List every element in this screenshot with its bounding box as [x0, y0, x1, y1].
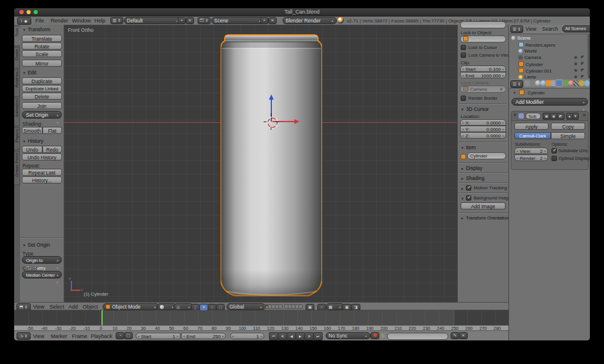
panel-display-title[interactable]: ►Display [461, 165, 482, 171]
frame-end-field[interactable]: ◂End:250▸ [181, 333, 226, 339]
scene-delete-button[interactable]: ✕ [268, 17, 277, 24]
manipulator-axis-icon[interactable]: ||| [191, 304, 200, 311]
mirror-button[interactable]: Mirror [22, 60, 62, 67]
preview-range-icon[interactable]: ◔ [116, 332, 124, 339]
tab-tools[interactable]: Tools [14, 26, 20, 46]
outliner-menu-search[interactable]: Search [542, 26, 558, 32]
auto-keyframe-record-icon[interactable] [370, 332, 379, 339]
view3d-menu-object[interactable]: Object [83, 304, 98, 310]
cursor-y-field[interactable]: ◂Y:0.0000▸ [460, 126, 506, 132]
tab-animation[interactable]: Animation [14, 98, 20, 126]
opengl-render-anim-icon[interactable]: ◨ [351, 304, 360, 311]
lock-time-icon[interactable]: ▢ [124, 332, 133, 339]
scene-icon[interactable]: 🗔 ⇕ [198, 17, 211, 24]
modifier-edit-toggle-icon[interactable]: ◩ [557, 113, 564, 120]
modifier-apply-button[interactable]: Apply [514, 123, 549, 130]
simple-toggle[interactable]: Simple [551, 132, 585, 139]
outliner-item-scene[interactable]: Scene [511, 35, 588, 41]
tab-relations[interactable]: Relations [14, 70, 20, 97]
timeline-menu-marker[interactable]: Marker [51, 333, 67, 339]
undo-history-button[interactable]: Undo History [22, 153, 62, 160]
motion-tracking-checkbox[interactable] [466, 185, 471, 191]
panel-shading-title[interactable]: ►Shading [461, 175, 484, 181]
manipulator-scale-icon[interactable]: □ [216, 304, 225, 311]
duplicate-button[interactable]: Duplicate [22, 77, 62, 84]
catmull-clark-toggle[interactable]: Catmull-Clark [514, 132, 551, 139]
local-camera-field[interactable]: Camera✕ [460, 86, 506, 93]
view3d-menu-select[interactable]: Select [50, 304, 64, 310]
jump-next-keyframe-button[interactable]: |⏵ [304, 332, 314, 340]
timeline-track[interactable] [14, 310, 508, 325]
background-images-checkbox[interactable] [466, 195, 471, 201]
editor-type-outliner-icon[interactable]: ☰ ⇕ [510, 25, 523, 33]
outliner-item-cylinder[interactable]: Cylinder ◉ ◤ ▣ [518, 61, 590, 67]
manipulator-translate-icon[interactable]: + [199, 304, 208, 311]
panel-edit-title[interactable]: ▼Edit [22, 70, 37, 76]
lock-to-cursor-checkbox[interactable] [461, 45, 466, 50]
transform-orientation-select[interactable]: Global▲▼ [226, 303, 265, 310]
current-frame-field[interactable]: ◂1▸ [230, 333, 264, 339]
panel-3d-cursor-title[interactable]: ▼3D Cursor [461, 106, 489, 112]
scene-add-button[interactable]: + [260, 17, 268, 24]
modifier-name-field[interactable]: Sub [526, 113, 541, 119]
lock-to-scene-icon[interactable]: ▣ [306, 304, 314, 311]
redo-button[interactable]: Redo [42, 146, 62, 153]
cursor-x-field[interactable]: ◂X:0.0000▸ [460, 119, 506, 126]
render-border-checkbox[interactable] [461, 96, 466, 101]
join-button[interactable]: Join [22, 102, 62, 109]
tab-create[interactable]: Create [14, 47, 20, 68]
outliner-item-world[interactable]: World [518, 48, 590, 54]
undo-button[interactable]: Undo [22, 146, 42, 153]
view3d-menu-add[interactable]: Add [68, 304, 78, 310]
translate-button[interactable]: Translate [22, 35, 62, 42]
jump-to-end-button[interactable]: ⏭ [313, 332, 323, 340]
screen-layout-select[interactable]: Default▲▼ [124, 17, 182, 24]
panel-item-title[interactable]: ▼Item [461, 145, 475, 150]
play-button[interactable]: ▶ [296, 332, 305, 340]
operator-panel-title[interactable]: ▼Set Origin [22, 242, 50, 248]
editor-type-properties-icon[interactable]: ☲ ⇕ [510, 80, 523, 88]
layout-add-button[interactable]: + [178, 17, 186, 24]
modifier-delete-icon[interactable]: ✕ [582, 113, 586, 118]
history-button[interactable]: History... [22, 176, 62, 183]
subdiv-view-field[interactable]: ◂View:2▸ [514, 147, 548, 154]
timeline-menu-playback[interactable]: Playback [91, 333, 113, 339]
render-engine-select[interactable]: Blender Render▲▼ [283, 17, 337, 24]
frame-start-field[interactable]: ◂Start:1▸ [136, 333, 180, 339]
item-name-field[interactable]: Cylinder [467, 152, 506, 159]
tab-physics[interactable]: Physics [14, 127, 20, 150]
viewport-3d[interactable]: Front Ortho [64, 25, 457, 302]
modifier-move-down-icon[interactable]: ▼ [572, 113, 579, 120]
add-modifier-select[interactable]: Add Modifier▲▼ [511, 98, 588, 106]
panel-motion-tracking-title[interactable]: ► [461, 185, 466, 191]
screen-layout-icon[interactable]: ▥ ⇕ [110, 17, 123, 24]
outliner-item-camera[interactable]: Camera ◉ ◤ ▣ [518, 55, 590, 61]
subdiv-render-field[interactable]: ◂Render:2▸ [514, 155, 548, 161]
panel-background-images-title[interactable]: ▼ [461, 195, 466, 201]
play-reverse-button[interactable]: ◀ [287, 332, 296, 340]
partial-field[interactable] [460, 21, 506, 28]
outliner-scrollbar[interactable] [587, 34, 590, 76]
editor-type-timeline-icon[interactable]: ◷ ⇕ [17, 332, 31, 340]
tab-grease-pencil[interactable]: Grease Pencil [14, 151, 20, 185]
sync-mode-select[interactable]: No Sync▲▼ [326, 332, 370, 339]
origin-center-select[interactable]: Median Center▲▼ [22, 271, 62, 278]
clip-start-field[interactable]: ◂Start:0.100▸ [460, 65, 506, 72]
add-image-button[interactable]: Add Image [461, 202, 505, 209]
menu-help[interactable]: Help [94, 18, 106, 24]
tab-physics-icon[interactable] [584, 80, 590, 86]
tab-modifiers-icon[interactable] [556, 80, 562, 86]
lock-object-field[interactable] [460, 35, 506, 42]
breadcrumb-object-name[interactable]: Cylinder [527, 90, 544, 96]
pivot-select[interactable]: ◎▲▼ [173, 303, 193, 310]
delete-keyframe-icon[interactable]: ✕ [459, 332, 468, 339]
delete-button[interactable]: Delete [22, 93, 62, 100]
optimal-display-checkbox[interactable] [552, 156, 557, 161]
snap-magnet-icon[interactable]: ∩ [317, 304, 326, 311]
menu-window[interactable]: Window [72, 18, 91, 24]
manipulator-rotate-icon[interactable]: ○ [208, 304, 216, 311]
scene-select[interactable]: Scene▲▼ [211, 17, 264, 24]
modifier-copy-button[interactable]: Copy [551, 123, 585, 130]
set-origin-menu[interactable]: Set Origin▲▼ [22, 111, 62, 119]
timeline-menu-view[interactable]: View [33, 333, 44, 339]
